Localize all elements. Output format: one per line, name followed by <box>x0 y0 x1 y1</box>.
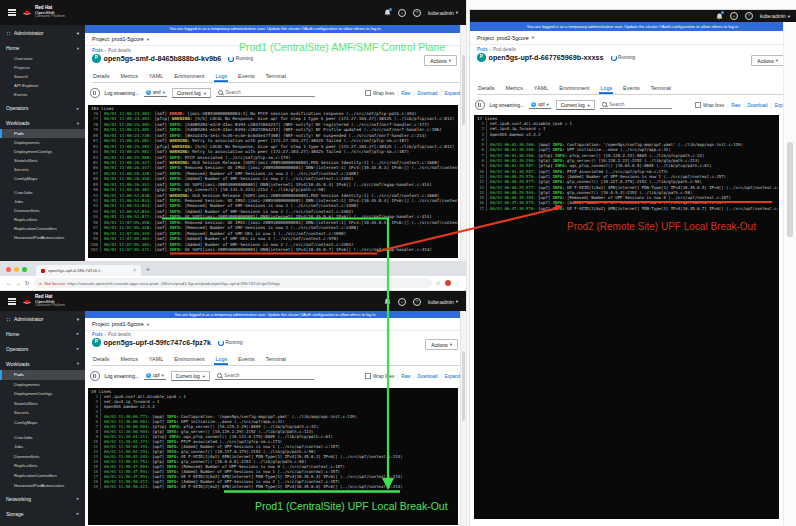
sidebar-item-statefulsets[interactable]: StatefulSets <box>0 399 85 409</box>
plus-circle-icon[interactable]: + <box>398 9 406 17</box>
wrap-lines-checkbox[interactable]: Wrap lines <box>365 373 394 379</box>
raw-link[interactable]: Raw <box>401 91 410 96</box>
new-tab-button[interactable]: + <box>146 266 150 273</box>
tab-metrics[interactable]: Metrics <box>119 353 138 365</box>
tab-environment[interactable]: Environment <box>173 353 205 365</box>
sidebar-item-cronjobs[interactable]: CronJobs <box>0 188 85 197</box>
project-selector[interactable]: Project: prod2-5gcore ▾ <box>470 31 796 45</box>
sidebar-item-replicationcontrollers[interactable]: ReplicationControllers <box>0 471 85 481</box>
expand-link[interactable]: Expand <box>445 374 460 379</box>
reload-button[interactable]: ↻ <box>25 280 30 286</box>
perspective-switcher[interactable]: Administrator ▾ <box>0 311 85 325</box>
breadcrumb-pods-link[interactable]: Pods <box>92 332 102 337</box>
sidebar-item-projects[interactable]: Projects <box>0 63 85 72</box>
sidebar-item-daemonsets[interactable]: DaemonSets <box>0 206 85 215</box>
bell-icon[interactable] <box>716 13 723 20</box>
forward-button[interactable]: → <box>16 280 22 286</box>
back-button[interactable]: ← <box>6 280 12 286</box>
sidebar-item-cronjobs[interactable]: CronJobs <box>0 433 85 443</box>
sidebar-item-operators[interactable]: Operators▸ <box>0 342 85 355</box>
actions-button[interactable]: Actions▾ <box>425 339 458 350</box>
sidebar-item-api-explorer[interactable]: API Explorer <box>0 81 85 90</box>
search-input[interactable]: Search <box>215 372 314 380</box>
minimize-window-button[interactable] <box>14 267 19 272</box>
menu-icon[interactable] <box>8 9 16 15</box>
sidebar-item-workloads[interactable]: Workloads▾ <box>0 117 85 129</box>
tab-metrics[interactable]: Metrics <box>119 70 138 82</box>
download-link[interactable]: Download <box>418 374 438 379</box>
close-tab-icon[interactable]: × <box>133 268 136 273</box>
sidebar-item-overview[interactable]: Overview <box>0 54 85 63</box>
tab-logs[interactable]: Logs <box>599 82 613 94</box>
container-select[interactable]: Cupf▾ <box>144 372 166 380</box>
sidebar-item-networking[interactable]: Networking▸ <box>0 492 85 505</box>
log-select[interactable]: Current log▾ <box>172 88 211 98</box>
perspective-switcher[interactable]: Administrator ▾ <box>0 25 85 39</box>
tab-environment[interactable]: Environment <box>173 70 205 82</box>
tab-details[interactable]: Details <box>92 353 110 365</box>
sidebar-item-deployments[interactable]: Deployments <box>0 380 85 390</box>
log-viewer[interactable]: 19 lines 1net.ipv6.conf.all.disable_ipv6… <box>88 388 458 525</box>
sidebar-item-replicasets[interactable]: ReplicaSets <box>0 215 85 224</box>
breadcrumb-pods-link[interactable]: Pods <box>477 47 487 52</box>
tab-events[interactable]: Events <box>237 353 255 365</box>
raw-link[interactable]: Raw <box>731 103 740 108</box>
sidebar-item-configmaps[interactable]: ConfigMaps <box>0 418 85 428</box>
sidebar-item-secrets[interactable]: Secrets <box>0 165 85 174</box>
close-window-button[interactable] <box>6 267 11 272</box>
project-selector[interactable]: Project: prod1-5gcore ▾ <box>85 318 466 331</box>
sidebar-item-secrets[interactable]: Secrets <box>0 408 85 418</box>
sidebar-item-replicasets[interactable]: ReplicaSets <box>0 461 85 471</box>
tab-details[interactable]: Details <box>477 82 495 94</box>
tab-events[interactable]: Events <box>622 82 640 94</box>
maximize-window-button[interactable] <box>22 267 27 272</box>
sidebar-item-configmaps[interactable]: ConfigMaps <box>0 174 85 183</box>
scrollbar-thumb[interactable] <box>462 55 465 125</box>
sidebar-item-deploymentconfigs[interactable]: DeploymentConfigs <box>0 147 85 156</box>
sidebar-item-deploymentconfigs[interactable]: DeploymentConfigs <box>0 389 85 399</box>
window-controls[interactable] <box>6 267 27 272</box>
user-menu[interactable]: kube:admin▾ <box>428 10 458 16</box>
project-selector[interactable]: Project: prod1-5gcore ▾ <box>85 33 466 46</box>
question-circle-icon[interactable]: ? <box>413 298 421 306</box>
sidebar-item-pods[interactable]: Pods <box>0 129 85 138</box>
tab-events[interactable]: Events <box>237 70 255 82</box>
tab-yaml[interactable]: YAML <box>533 82 549 94</box>
actions-button[interactable]: Actions▾ <box>424 55 457 66</box>
container-select[interactable]: Csmf▾ <box>144 89 167 97</box>
actions-button[interactable]: Actions▾ <box>751 55 784 66</box>
pause-log-button[interactable] <box>475 100 485 110</box>
question-circle-icon[interactable]: ? <box>745 12 753 20</box>
menu-icon[interactable] <box>8 298 16 304</box>
tab-terminal[interactable]: Terminal <box>265 70 287 82</box>
log-select[interactable]: Current log▾ <box>171 371 210 381</box>
browser-avatar[interactable] <box>445 280 452 287</box>
breadcrumb-pods-link[interactable]: Pods <box>92 48 102 53</box>
sidebar-item-replicationcontrollers[interactable]: ReplicationControllers <box>0 224 85 233</box>
scrollbar[interactable] <box>783 22 796 526</box>
user-menu[interactable]: kube:admin▾ <box>760 13 790 19</box>
browser-tab[interactable]: open5gs-upf-d-59fc747c6-f... × <box>36 265 141 276</box>
tab-details[interactable]: Details <box>92 70 110 82</box>
sidebar-item-horizontalpodautoscalers[interactable]: HorizontalPodAutoscalers <box>0 481 85 491</box>
tab-logs[interactable]: Logs <box>214 353 228 365</box>
sidebar-item-jobs[interactable]: Jobs <box>0 442 85 452</box>
sidebar-item-home[interactable]: Home▾ <box>0 42 85 54</box>
pause-log-button[interactable] <box>90 88 100 98</box>
wrap-lines-checkbox[interactable]: Wrap lines <box>365 90 394 96</box>
expand-link[interactable]: Expand <box>445 91 460 96</box>
log-select[interactable]: Current log▾ <box>556 100 595 110</box>
browser-menu-icon[interactable]: ⋮ <box>455 280 460 286</box>
bell-icon[interactable] <box>384 9 391 16</box>
bookmark-star-icon[interactable]: ☆ <box>436 280 440 286</box>
scrollbar[interactable] <box>460 311 466 526</box>
url-bar[interactable]: ⚠ Not Secure https://console-openshift-c… <box>34 278 432 288</box>
sidebar-item-horizontalpodautoscalers[interactable]: HorizontalPodAutoscalers <box>0 233 85 242</box>
sidebar-item-home[interactable]: Home▸ <box>0 327 85 340</box>
tab-terminal[interactable]: Terminal <box>265 353 287 365</box>
download-link[interactable]: Download <box>418 91 438 96</box>
sidebar-item-jobs[interactable]: Jobs <box>0 197 85 206</box>
tab-yaml[interactable]: YAML <box>148 70 164 82</box>
plus-circle-icon[interactable]: + <box>398 298 406 306</box>
app-launcher-icon[interactable] <box>703 13 709 19</box>
